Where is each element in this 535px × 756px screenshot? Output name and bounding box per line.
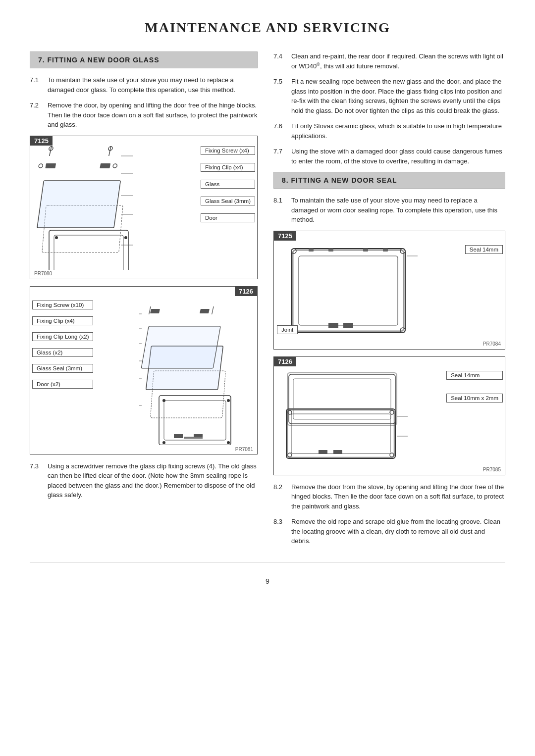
label-fixing-clip-x4-a: Fixing Clip (x4) <box>201 163 255 172</box>
svg-rect-67 <box>319 450 327 454</box>
label-glass-seal-3mm-b: Glass Seal (3mm) <box>32 364 93 373</box>
pr-label-7085: PR7085 <box>483 467 501 472</box>
label-seal-10mm-x-2mm: Seal 10mm x 2mm <box>446 394 503 403</box>
svg-rect-72 <box>293 379 391 419</box>
label-glass-x2: Glass (x2) <box>32 348 93 357</box>
svg-rect-11 <box>45 163 56 168</box>
two-column-layout: 7. FITTING A NEW DOOR GLASS 7.1 To maint… <box>30 51 505 552</box>
bottom-line <box>30 562 505 562</box>
item-7-6: 7.6 Fit only Stovax ceramic glass, which… <box>273 121 505 141</box>
svg-point-13 <box>39 164 43 168</box>
diagram-7126-left-svg <box>139 292 253 445</box>
svg-point-26 <box>162 399 165 402</box>
svg-rect-47 <box>299 256 398 325</box>
item-text-7-5: Fit a new sealing rope between the new g… <box>291 77 505 115</box>
svg-point-29 <box>227 441 230 444</box>
svg-rect-46 <box>291 249 405 333</box>
svg-rect-12 <box>100 163 110 168</box>
item-8-3: 8.3 Remove the old rope and scrape old g… <box>273 517 505 546</box>
svg-rect-57 <box>363 249 368 252</box>
diagram-7125-left-svg <box>34 141 153 270</box>
diagram-7125-right-left-label: Joint <box>277 325 298 334</box>
diagram-7125-left-labels: Fixing Screw (x4) Fixing Clip (x4) Glass… <box>201 146 255 222</box>
diagram-7126-right-svg <box>279 362 437 466</box>
item-7-2: 7.2 Remove the door, by opening and lift… <box>30 101 258 130</box>
svg-rect-61 <box>291 414 390 454</box>
item-text-7-3: Using a screwdriver remove the glass cli… <box>48 461 258 500</box>
svg-point-66 <box>390 453 394 457</box>
svg-point-14 <box>113 164 117 168</box>
item-text-8-1: To maintain the safe use of your stove y… <box>291 196 505 225</box>
diagram-7125-left: 7125 <box>30 136 258 279</box>
item-7-3: 7.3 Using a screwdriver remove the glass… <box>30 461 258 500</box>
label-fixing-screw-x10: Fixing Screw (x10) <box>32 301 93 309</box>
item-text-7-7: Using the stove with a damaged door glas… <box>291 147 505 166</box>
item-text-7-6: Fit only Stovax ceramic glass, which is … <box>291 121 505 141</box>
right-column: 7.4 Clean and re-paint, the rear door if… <box>273 51 505 552</box>
label-seal-14mm-top: Seal 14mm <box>465 245 503 254</box>
left-column: 7. FITTING A NEW DOOR GLASS 7.1 To maint… <box>30 51 258 552</box>
svg-rect-68 <box>333 450 342 454</box>
svg-point-63 <box>288 410 292 414</box>
diagram-7126-left-labels: Fixing Screw (x10) Fixing Clip (x4) Fixi… <box>32 301 93 389</box>
label-glass-a: Glass <box>201 180 255 189</box>
page-number: 9 <box>30 577 505 585</box>
diagram-7126-left: 7126 Fixing Screw (x10) Fixing Clip (x4)… <box>30 286 258 454</box>
item-num-7-2: 7.2 <box>30 101 48 130</box>
diagram-7126-right: 7126 <box>273 356 505 475</box>
label-door-x2: Door (x2) <box>32 380 93 389</box>
pr-label-7081: PR7081 <box>235 447 253 452</box>
pr-label-7084: PR7084 <box>483 341 501 347</box>
svg-rect-71 <box>289 374 395 424</box>
svg-rect-0 <box>49 230 128 270</box>
item-text-7-1: To maintain the safe use of your stove y… <box>48 75 258 95</box>
svg-rect-53 <box>328 323 338 328</box>
section7-header: 7. FITTING A NEW DOOR GLASS <box>30 51 258 68</box>
item-text-8-3: Remove the old rope and scrape old glue … <box>291 517 505 546</box>
item-num-7-4: 7.4 <box>273 51 291 71</box>
label-door-a: Door <box>201 213 255 222</box>
item-num-7-6: 7.6 <box>273 121 291 141</box>
svg-line-39 <box>212 306 214 314</box>
item-8-2: 8.2 Remove the door from the stove, by o… <box>273 482 505 511</box>
label-seal-14mm-bottom: Seal 14mm <box>446 371 503 380</box>
svg-rect-54 <box>343 323 353 328</box>
diagram-7125-right-svg <box>279 236 437 340</box>
item-7-5: 7.5 Fit a new sealing rope between the n… <box>273 77 505 115</box>
item-num-7-3: 7.3 <box>30 461 48 500</box>
item-num-7-7: 7.7 <box>273 147 291 166</box>
page-title: MAINTENANCE AND SERVICING <box>30 20 505 36</box>
label-fixing-clip-x4-b: Fixing Clip (x4) <box>32 316 93 325</box>
diagram-7125-right-labels: Seal 14mm <box>465 245 503 254</box>
item-text-8-2: Remove the door from the stove, by openi… <box>291 482 505 511</box>
page-wrapper: MAINTENANCE AND SERVICING 7. FITTING A N… <box>0 0 535 756</box>
label-fixing-screw-x4: Fixing Screw (x4) <box>201 146 255 155</box>
svg-point-27 <box>227 399 230 402</box>
label-glass-seal-3mm-a: Glass Seal (3mm) <box>201 197 255 205</box>
svg-point-3 <box>124 236 127 239</box>
item-8-1: 8.1 To maintain the safe use of your sto… <box>273 196 505 225</box>
item-7-4: 7.4 Clean and re-paint, the rear door if… <box>273 51 505 71</box>
svg-point-64 <box>390 410 394 414</box>
svg-rect-32 <box>184 437 203 439</box>
item-num-8-3: 8.3 <box>273 517 291 546</box>
svg-point-28 <box>162 441 165 444</box>
svg-rect-73 <box>287 373 397 425</box>
item-num-7-1: 7.1 <box>30 75 48 95</box>
svg-rect-56 <box>328 249 333 252</box>
svg-rect-30 <box>174 434 183 438</box>
label-fixing-clip-long-x2: Fixing Clip Long (x2) <box>32 332 93 341</box>
svg-rect-58 <box>383 249 388 252</box>
diagram-7126-right-labels: Seal 14mm Seal 10mm x 2mm <box>446 371 503 403</box>
section8-header: 8. FITTING A NEW DOOR SEAL <box>273 172 505 189</box>
label-joint: Joint <box>277 325 298 334</box>
pr-label-7080: PR7080 <box>34 271 52 276</box>
item-num-8-1: 8.1 <box>273 196 291 225</box>
diagram-7125-right: 7125 <box>273 231 505 350</box>
svg-rect-35 <box>141 326 220 368</box>
item-num-7-5: 7.5 <box>273 77 291 115</box>
item-num-8-2: 8.2 <box>273 482 291 511</box>
svg-rect-55 <box>309 249 314 252</box>
item-7-7: 7.7 Using the stove with a damaged door … <box>273 147 505 166</box>
item-7-1: 7.1 To maintain the safe use of your sto… <box>30 75 258 95</box>
